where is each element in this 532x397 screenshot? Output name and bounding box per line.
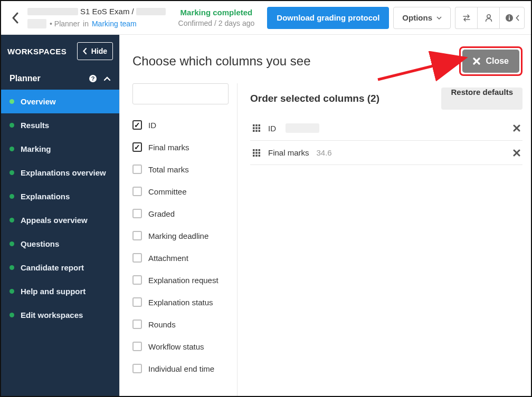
column-option-marking-deadline[interactable]: Marking deadline — [132, 225, 237, 247]
status-sub: Confirmed / 2 days ago — [178, 19, 255, 27]
chevron-up-icon[interactable] — [103, 76, 111, 81]
column-option-individual-end-time[interactable]: Individual end time — [132, 357, 237, 380]
remove-column-button[interactable] — [513, 124, 520, 132]
sidebar-item-label: Edit workspaces — [21, 311, 83, 319]
columns-picker: IDFinal marksTotal marksCommitteeGradedM… — [120, 83, 237, 396]
sidebar-item-label: Questions — [21, 239, 59, 248]
ordered-column-value: 34.6 — [317, 148, 332, 157]
column-option-label: Marking deadline — [148, 231, 208, 240]
help-icon[interactable]: ? — [89, 74, 97, 83]
ordered-column-label: ID — [268, 124, 276, 133]
column-option-explanation-status[interactable]: Explanation status — [132, 291, 237, 313]
sidebar-item-explanations-overview[interactable]: Explanations overview — [1, 161, 119, 185]
topbar-actions: Download grading protocol Options — [267, 7, 527, 29]
column-option-rounds[interactable]: Rounds — [132, 313, 237, 335]
svg-rect-18 — [253, 152, 255, 154]
crumb-slash: / — [131, 7, 134, 16]
sidebar-item-explanations[interactable]: Explanations — [1, 185, 119, 208]
svg-rect-17 — [259, 149, 261, 151]
svg-rect-10 — [255, 127, 258, 129]
info-icon-button[interactable] — [499, 7, 525, 29]
user-icon-button[interactable] — [477, 7, 499, 29]
checkbox-icon — [132, 297, 142, 307]
checkbox-icon — [132, 142, 142, 152]
svg-rect-21 — [253, 154, 255, 157]
drag-handle-icon[interactable] — [252, 124, 261, 132]
sidebar-item-results[interactable]: Results — [1, 113, 119, 137]
svg-point-0 — [487, 14, 490, 17]
breadcrumb: S1 EoS Exam / • Planner in Marking team — [25, 7, 166, 28]
close-button-highlight: Close — [459, 46, 522, 76]
sidebar-item-label: Overview — [21, 97, 56, 106]
column-option-label: Explanation status — [148, 298, 213, 307]
status-dot-icon — [10, 170, 14, 175]
chevron-left-icon — [83, 48, 87, 54]
drag-handle-icon[interactable] — [252, 149, 261, 157]
sidebar-item-label: Marking — [21, 144, 51, 153]
checkbox-icon — [132, 319, 142, 329]
status-dot-icon — [10, 99, 14, 104]
column-option-label: Explanation request — [148, 276, 218, 285]
status-dot-icon — [10, 218, 14, 222]
column-option-graded[interactable]: Graded — [132, 202, 237, 225]
column-option-workflow-status[interactable]: Workflow status — [132, 335, 237, 357]
options-button[interactable]: Options — [393, 7, 451, 29]
column-option-total-marks[interactable]: Total marks — [132, 158, 237, 180]
sidebar-item-label: Explanations — [21, 192, 70, 201]
ordered-column-id[interactable]: ID — [250, 116, 522, 141]
sidebar-item-candidate-report[interactable]: Candidate report — [1, 256, 119, 279]
sidebar-item-label: Explanations overview — [21, 168, 106, 177]
checkbox-icon — [132, 253, 142, 263]
swap-icon — [462, 14, 471, 22]
hide-sidebar-button[interactable]: Hide — [77, 42, 113, 60]
column-option-label: Individual end time — [148, 364, 214, 373]
column-search-input[interactable] — [132, 83, 229, 104]
sidebar: WORKSPACES Hide Planner ? OverviewResult… — [1, 35, 119, 396]
column-option-attachment[interactable]: Attachment — [132, 247, 237, 269]
sidebar-item-marking[interactable]: Marking — [1, 137, 119, 161]
checkbox-icon — [132, 275, 142, 285]
svg-text:?: ? — [91, 75, 95, 82]
back-button[interactable] — [5, 8, 25, 28]
checkbox-icon — [132, 164, 142, 174]
column-option-committee[interactable]: Committee — [132, 180, 237, 202]
redacted-value — [286, 123, 319, 133]
checkbox-icon — [132, 364, 142, 373]
ordered-column-final-marks[interactable]: Final marks34.6 — [250, 141, 522, 165]
svg-rect-8 — [259, 124, 261, 127]
user-icon — [484, 14, 493, 22]
download-protocol-button[interactable]: Download grading protocol — [267, 7, 389, 29]
column-option-label: Graded — [148, 209, 175, 218]
sidebar-item-overview[interactable]: Overview — [1, 90, 119, 113]
checkbox-icon — [132, 187, 142, 196]
redacted-crumb-2 — [136, 8, 166, 15]
close-button[interactable]: Close — [462, 50, 519, 73]
sidebar-item-appeals-overview[interactable]: Appeals overview — [1, 208, 119, 232]
svg-rect-3 — [509, 15, 510, 16]
column-option-id[interactable]: ID — [132, 114, 237, 136]
sidebar-item-edit-workspaces[interactable]: Edit workspaces — [1, 303, 119, 327]
restore-defaults-button[interactable]: Restore defaults — [441, 88, 522, 110]
column-option-explanation-request[interactable]: Explanation request — [132, 269, 237, 291]
sidebar-item-label: Results — [21, 121, 49, 130]
info-icon — [505, 14, 514, 22]
checkbox-icon — [132, 120, 142, 130]
remove-column-button[interactable] — [513, 149, 520, 157]
column-option-final-marks[interactable]: Final marks — [132, 136, 237, 158]
column-option-label: ID — [148, 121, 156, 130]
status-dot-icon — [10, 241, 14, 246]
marking-team-link[interactable]: Marking team — [92, 20, 137, 28]
swap-icon-button[interactable] — [455, 7, 477, 29]
status-block: Marking completed Confirmed / 2 days ago — [166, 8, 268, 27]
status-dot-icon — [10, 313, 14, 317]
page-title: Choose which columns you see — [132, 54, 311, 69]
status-dot-icon — [10, 147, 14, 151]
sidebar-item-label: Appeals overview — [21, 216, 88, 225]
sidebar-item-help-and-support[interactable]: Help and support — [1, 279, 119, 303]
column-option-label: Total marks — [148, 165, 189, 174]
column-option-label: Workflow status — [148, 342, 204, 351]
svg-rect-16 — [255, 149, 258, 151]
planner-section-header[interactable]: Planner ? — [1, 67, 119, 90]
svg-rect-6 — [253, 124, 255, 127]
sidebar-item-questions[interactable]: Questions — [1, 232, 119, 256]
